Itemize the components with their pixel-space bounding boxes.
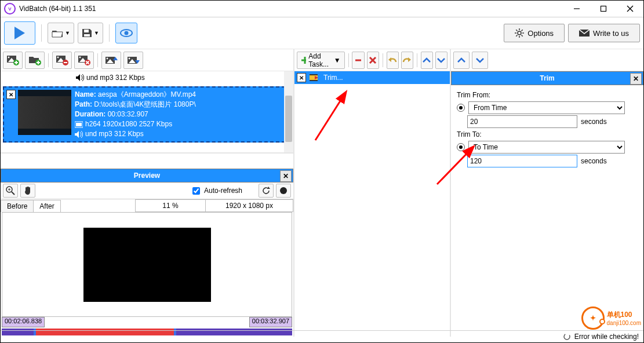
plus-icon — [301, 56, 306, 64]
tab-before[interactable]: Before — [1, 200, 34, 212]
play-icon — [14, 27, 25, 39]
task-up-button[interactable] — [421, 52, 433, 69]
preview-time-labels: 00:02:06.838 00:03:32.907 — [1, 317, 293, 327]
preview-canvas[interactable] — [2, 212, 292, 317]
chevron-up-icon — [457, 57, 466, 64]
minimize-button[interactable] — [563, 1, 590, 17]
audio-icon — [76, 74, 84, 81]
folder-open-icon — [52, 28, 63, 38]
audio-icon — [75, 131, 83, 138]
pan-button[interactable] — [20, 184, 35, 198]
task-list[interactable]: ✕ Trim... — [294, 71, 450, 337]
separator — [109, 24, 110, 42]
open-button[interactable]: ▼ — [48, 23, 74, 43]
undo-button[interactable] — [387, 52, 399, 69]
magnifier-icon — [6, 186, 15, 195]
run-button[interactable] — [4, 21, 35, 45]
add-folder-button[interactable] — [25, 52, 45, 69]
trim-from-value-input[interactable] — [467, 115, 577, 128]
svg-rect-65 — [310, 80, 318, 81]
svg-marker-46 — [76, 74, 80, 81]
remove-file-button[interactable] — [52, 52, 72, 69]
tab-after[interactable]: After — [33, 200, 60, 212]
app-icon: V — [4, 3, 16, 14]
record-button[interactable] — [276, 184, 291, 198]
trim-to-mode-select[interactable]: To Time — [468, 141, 625, 154]
x-icon — [369, 56, 377, 64]
add-file-button[interactable] — [3, 52, 23, 69]
auto-refresh-checkbox[interactable]: Auto-refresh — [190, 185, 242, 196]
remove-item-button[interactable]: ✕ — [6, 90, 16, 99]
move-file-down-button[interactable] — [123, 52, 143, 69]
trim-to-value-input[interactable] — [467, 155, 577, 167]
main-toolbar: ▼ ▼ Options Write to us — [1, 17, 643, 49]
maximize-button[interactable] — [590, 1, 617, 17]
minus-icon — [354, 56, 362, 64]
trim-header: Trim ✕ — [451, 71, 643, 85]
time-start: 00:02:06.838 — [2, 317, 45, 327]
svg-point-7 — [124, 31, 128, 35]
titlebar: V VidBatch (64-bit) 1.1 351 — [1, 1, 643, 17]
trim-close-button[interactable]: ✕ — [630, 73, 642, 85]
task-down-button[interactable] — [435, 52, 447, 69]
svg-point-55 — [280, 187, 287, 194]
circle-icon — [279, 187, 288, 195]
preview-dimensions: 1920 x 1080 px — [205, 199, 293, 212]
window-title: VidBatch (64-bit) 1.1 351 — [19, 5, 563, 13]
trim-from-unit: seconds — [581, 118, 607, 126]
options-button[interactable]: Options — [504, 24, 565, 42]
chevron-down-icon — [436, 57, 446, 64]
write-to-us-button[interactable]: Write to us — [568, 24, 640, 42]
file-list-scrollbar[interactable] — [284, 71, 293, 152]
svg-line-51 — [12, 192, 14, 195]
redo-icon — [402, 56, 412, 64]
tasks-toolbar: Add Task...▼ — [294, 49, 450, 71]
file-item[interactable]: ✕ Name: aespa《Armageddon》MV.mp4 Path: D:… — [3, 86, 291, 143]
svg-line-15 — [516, 35, 518, 37]
svg-line-16 — [522, 30, 523, 31]
spinner-icon — [563, 333, 571, 341]
clear-files-button[interactable] — [74, 52, 94, 69]
preview-toggle-button[interactable] — [115, 23, 137, 43]
refresh-icon — [261, 186, 271, 195]
trim-from-radio[interactable] — [457, 104, 465, 112]
move-file-up-button[interactable] — [101, 52, 121, 69]
svg-rect-64 — [310, 74, 318, 75]
svg-point-33 — [79, 56, 81, 58]
preview-close-button[interactable]: ✕ — [280, 170, 292, 182]
zoom-button[interactable] — [3, 184, 18, 198]
prop-down-button[interactable] — [472, 52, 488, 69]
mail-icon — [579, 30, 590, 37]
svg-rect-48 — [76, 123, 82, 126]
video-icon — [75, 121, 83, 128]
status-text: Error while checking! — [574, 333, 639, 341]
trim-form: Trim From: From Time seconds Trim To: To… — [451, 85, 643, 172]
svg-marker-62 — [408, 57, 411, 62]
trim-to-radio[interactable] — [457, 143, 465, 151]
trim-to-label: Trim To: — [457, 130, 638, 138]
svg-point-8 — [518, 31, 521, 35]
options-label: Options — [527, 29, 554, 38]
chevron-down-icon — [475, 57, 485, 64]
svg-point-19 — [8, 56, 10, 58]
file-list[interactable]: und mp3 312 Kbps ✕ Name: aespa《Armageddo… — [1, 71, 293, 154]
preview-zoom: 11 % — [135, 199, 206, 212]
svg-point-39 — [107, 57, 108, 59]
preview-tabs: Before After 11 % 1920 x 1080 px — [1, 199, 293, 212]
file-meta: Name: aespa《Armageddon》MV.mp4 Path: D:\t… — [75, 90, 288, 139]
task-item-trim[interactable]: ✕ Trim... — [294, 71, 450, 84]
add-task-button[interactable]: Add Task...▼ — [297, 52, 345, 69]
clear-tasks-button[interactable] — [367, 52, 379, 69]
file-thumbnail — [18, 90, 71, 135]
gear-icon — [515, 28, 524, 38]
refresh-button[interactable] — [259, 184, 274, 198]
close-button[interactable] — [617, 1, 643, 17]
prop-up-button[interactable] — [453, 52, 470, 69]
remove-task-button[interactable] — [352, 52, 364, 69]
separator — [41, 24, 42, 42]
trim-from-mode-select[interactable]: From Time — [468, 101, 625, 114]
remove-item-button[interactable]: ✕ — [297, 73, 306, 82]
eye-icon — [119, 28, 133, 38]
save-button[interactable]: ▼ — [78, 23, 103, 43]
redo-button[interactable] — [401, 52, 413, 69]
